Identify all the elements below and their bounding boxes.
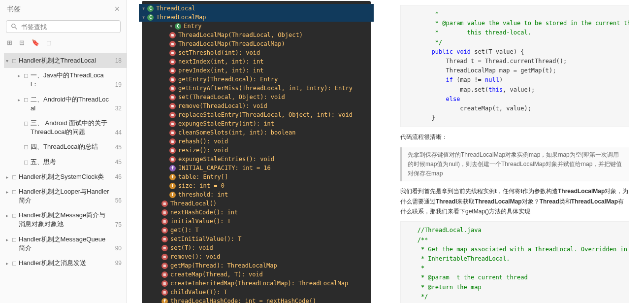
page-number: 46 xyxy=(115,173,122,181)
member-kind-icon: m xyxy=(161,263,168,269)
page-number: 18 xyxy=(115,57,122,65)
expand-arrow-icon[interactable]: ▸ xyxy=(18,72,23,79)
search-box[interactable] xyxy=(6,20,121,33)
member-signature: INITIAL_CAPACITY: int = 16 xyxy=(178,164,271,172)
collapse-arrow-icon[interactable]: ▾ xyxy=(142,4,145,13)
expand-arrow-icon[interactable]: ▸ xyxy=(6,260,11,267)
member-kind-icon: m xyxy=(169,85,176,92)
ide-structure-image: ▾CThreadLocal▾CThreadLocalMap▾CEntrymThr… xyxy=(142,1,371,303)
expand-arrow-icon[interactable]: ▸ xyxy=(6,189,11,196)
search-icon xyxy=(10,23,18,31)
nav-item[interactable]: ▾◻Handler机制之ThreadLocal18 xyxy=(4,53,127,68)
nav-item[interactable]: ▸◻Handler机制之Looper与Handler简介56 xyxy=(4,184,127,208)
page-number: 44 xyxy=(115,129,122,137)
member-kind-icon: m xyxy=(161,280,168,287)
nav-item[interactable]: ▸◻Handler机制之Message简介与消息对象对象池75 xyxy=(4,208,127,232)
nav-item-label: Handler机制之消息发送 xyxy=(19,259,86,268)
member-signature: ThreadLocal xyxy=(156,4,195,13)
member-kind-icon: m xyxy=(169,94,176,101)
nav-item[interactable]: ◻三、 Android 面试中的关于ThreadLocal的问题44 xyxy=(4,116,127,139)
ide-member-row: mresize(): void xyxy=(142,146,371,155)
ide-member-row: mThreadLocalMap(ThreadLocalMap) xyxy=(142,39,371,48)
ide-member-row: mnextHashCode(): int xyxy=(142,208,371,217)
nav-item[interactable]: ▸◻Handler机制之消息发送99 xyxy=(4,256,127,270)
member-signature: nextHashCode(): int xyxy=(170,208,238,217)
nav-item[interactable]: ◻四、ThreadLocal的总结45 xyxy=(4,139,127,154)
expand-arrow-icon[interactable]: ▸ xyxy=(6,236,11,243)
member-kind-icon: m xyxy=(169,67,176,74)
member-kind-icon: m xyxy=(161,218,168,225)
member-signature: cleanSomeSlots(int, int): boolean xyxy=(178,128,295,137)
bookmark-outline-icon[interactable]: ◻ xyxy=(46,39,52,46)
member-kind-icon: m xyxy=(161,227,168,234)
member-signature: getEntryAfterMiss(ThreadLocal, int, Entr… xyxy=(178,84,353,93)
member-signature: initialValue(): T xyxy=(170,217,231,226)
member-signature: childValue(T): T xyxy=(170,288,227,297)
member-kind-icon: m xyxy=(169,112,176,118)
ide-member-row: fINITIAL_CAPACITY: int = 16 xyxy=(142,164,371,172)
member-signature: expungeStaleEntry(int): int xyxy=(178,119,274,128)
page-number: 99 xyxy=(115,259,122,268)
bookmark-icon[interactable]: 🔖 xyxy=(32,39,39,46)
member-signature: replaceStaleEntry(ThreadLocal, Object, i… xyxy=(178,110,353,119)
paragraph: 代码流程很清晰： xyxy=(400,132,629,142)
expand-arrow-icon[interactable]: ▸ xyxy=(6,174,11,181)
member-kind-icon: f xyxy=(169,174,176,180)
bookmark-item-icon: ◻ xyxy=(24,96,29,104)
member-signature: resize(): void xyxy=(178,146,228,155)
member-kind-icon: m xyxy=(161,254,168,260)
member-kind-icon: m xyxy=(161,271,168,278)
code-block: //ThreadLocal.java /** * Get the map ass… xyxy=(400,221,629,303)
ide-member-row: mgetMap(Thread): ThreadLocalMap xyxy=(142,261,371,270)
member-signature: ThreadLocalMap xyxy=(156,13,206,22)
expand-all-icon[interactable]: ⊞ xyxy=(7,39,12,46)
nav-item[interactable]: ▸◻一、Java中的ThreadLocal：19 xyxy=(4,68,127,92)
sidebar-toolbar: ⊞ ⊟ 🔖 ◻ xyxy=(0,37,127,51)
member-kind-icon: m xyxy=(169,121,176,127)
nav-item[interactable]: ◻五、思考45 xyxy=(4,155,127,169)
collapse-arrow-icon[interactable]: ▾ xyxy=(142,13,145,22)
member-signature: setThreshold(int): void xyxy=(178,48,260,57)
ide-member-row: mThreadLocal() xyxy=(142,199,371,208)
member-kind-icon: m xyxy=(161,209,168,216)
collapse-all-icon[interactable]: ⊟ xyxy=(19,39,25,46)
member-signature: table: Entry[] xyxy=(178,172,228,181)
member-signature: ThreadLocalMap(ThreadLocal, Object) xyxy=(178,31,303,39)
member-kind-icon: f xyxy=(169,183,176,189)
bookmark-item-icon: ◻ xyxy=(12,236,17,244)
ide-member-row: fthreshold: int xyxy=(142,190,371,199)
ide-member-row: msetThreshold(int): void xyxy=(142,48,371,57)
page-number: 56 xyxy=(115,197,122,205)
bookmark-item-icon: ◻ xyxy=(24,119,29,128)
bookmark-item-icon: ◻ xyxy=(24,143,29,151)
ide-member-row: mcreateMap(Thread, T): void xyxy=(142,270,371,279)
member-kind-icon: m xyxy=(169,50,176,56)
ide-member-row: mchildValue(T): T xyxy=(142,288,371,297)
bookmark-sidebar: 书签 × ⊞ ⊟ 🔖 ◻ ▾◻Handler机制之ThreadLocal18▸◻… xyxy=(0,0,127,303)
close-icon[interactable]: × xyxy=(114,4,120,14)
expand-arrow-icon[interactable]: ▸ xyxy=(18,97,23,103)
page-number: 45 xyxy=(115,158,122,167)
member-kind-icon: m xyxy=(161,201,168,207)
nav-item[interactable]: ▸◻Handler机制之SystemClock类46 xyxy=(4,169,127,184)
nav-item-label: Handler机制之SystemClock类 xyxy=(19,172,104,181)
member-signature: size: int = 0 xyxy=(178,181,225,190)
page-number: 45 xyxy=(115,143,122,152)
member-signature: set(ThreadLocal, Object): void xyxy=(178,93,285,101)
ide-member-row: fsize: int = 0 xyxy=(142,181,371,190)
search-input[interactable] xyxy=(21,23,116,31)
member-signature: ThreadLocal() xyxy=(170,199,217,208)
nav-item[interactable]: ▸◻二、Android中的ThreadLocal32 xyxy=(4,92,127,116)
nav-item[interactable]: ▸◻Handler机制之MessageQueue简介90 xyxy=(4,232,127,256)
ide-member-row: minitialValue(): T xyxy=(142,217,371,226)
expand-arrow-icon[interactable]: ▸ xyxy=(6,212,11,219)
content-area: ▾CThreadLocal▾CThreadLocalMap▾CEntrymThr… xyxy=(127,0,644,303)
expand-arrow-icon[interactable]: ▾ xyxy=(6,58,11,65)
bookmark-item-icon: ◻ xyxy=(12,188,17,196)
member-signature: setInitialValue(): T xyxy=(170,235,242,243)
member-signature: remove(): void xyxy=(170,252,220,261)
member-signature: ThreadLocalMap(ThreadLocalMap) xyxy=(178,39,285,48)
ide-member-row: mreplaceStaleEntry(ThreadLocal, Object, … xyxy=(142,110,371,119)
collapse-arrow-icon[interactable]: ▾ xyxy=(169,22,173,31)
nav-item-label: 二、Android中的ThreadLocal xyxy=(31,95,111,113)
